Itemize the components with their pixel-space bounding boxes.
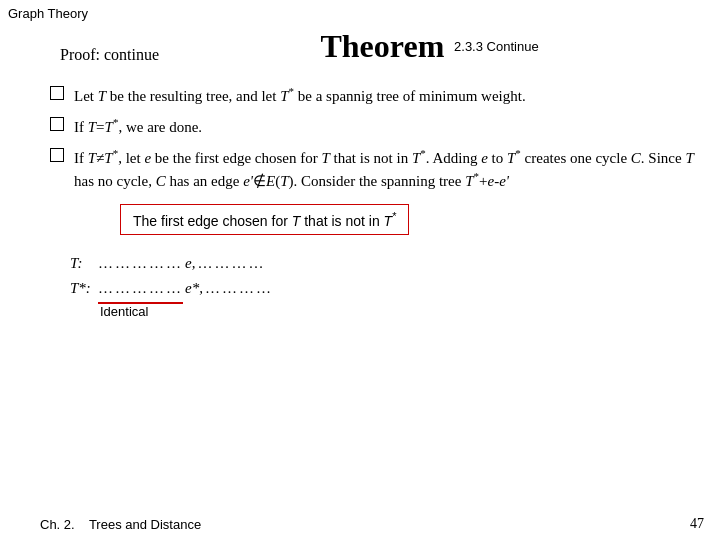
theorem-subtitle: 2.3.3 Continue	[454, 39, 539, 54]
main-content: Proof: continue Theorem 2.3.3 Continue L…	[40, 28, 700, 319]
bullet-item-3: If T≠T*, let e be the first edge chosen …	[50, 146, 700, 192]
bullet-box-1	[50, 86, 64, 100]
tooltip-text: The first edge chosen for T that is not …	[133, 213, 396, 229]
tooltip-box: The first edge chosen for T that is not …	[120, 204, 409, 235]
sequence-section: T: …………… e, ………… T*: …………… e*, …………	[70, 251, 700, 304]
footer-text: Ch. 2. Trees and Distance	[40, 517, 201, 532]
footer-topic: Trees and Distance	[89, 517, 201, 532]
app-title: Graph Theory	[8, 6, 88, 21]
bullet-box-3	[50, 148, 64, 162]
bullet-text-1: Let T be the resulting tree, and let T* …	[74, 84, 700, 107]
proof-label: Proof: continue	[60, 46, 159, 64]
Tstar-dots2: …………	[205, 276, 273, 302]
theorem-header: Proof: continue Theorem 2.3.3 Continue	[60, 28, 700, 74]
bullet-item-1: Let T be the resulting tree, and let T* …	[50, 84, 700, 107]
bullet-text-3: If T≠T*, let e be the first edge chosen …	[74, 146, 700, 192]
tooltip-container: The first edge chosen for T that is not …	[40, 200, 700, 243]
bullet-text-2: If T=T*, we are done.	[74, 115, 700, 138]
T-label: T:	[70, 251, 98, 277]
T-dots1: ……………	[98, 251, 183, 277]
T-dots2: …………	[197, 251, 265, 277]
bullet-section: Let T be the resulting tree, and let T* …	[50, 84, 700, 192]
page-number: 47	[690, 516, 704, 532]
Tstar-label: T*:	[70, 276, 98, 302]
bullet-item-2: If T=T*, we are done.	[50, 115, 700, 138]
theorem-title: Theorem	[320, 28, 444, 64]
Tstar-estar: e*,	[185, 276, 203, 302]
bullet-box-2	[50, 117, 64, 131]
footer-chapter: Ch. 2.	[40, 517, 75, 532]
identical-label: Identical	[100, 304, 700, 319]
Tstar-dots1: ……………	[98, 276, 183, 304]
T-sequence-line: T: …………… e, …………	[70, 251, 700, 277]
T-e: e,	[185, 251, 195, 277]
Tstar-sequence-line: T*: …………… e*, …………	[70, 276, 700, 304]
